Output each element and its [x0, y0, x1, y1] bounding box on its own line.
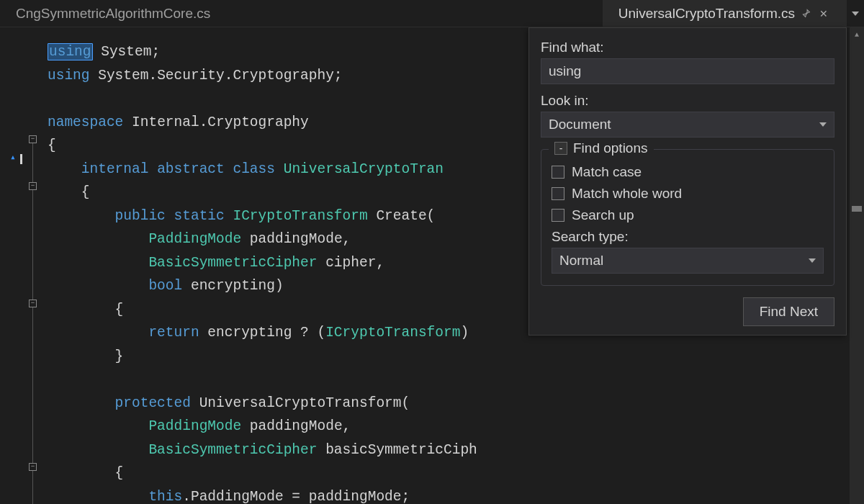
fold-toggle[interactable]: − [29, 182, 37, 190]
chevron-down-icon [819, 122, 827, 127]
scroll-marker [852, 206, 862, 212]
search-type-value: Normal [559, 253, 603, 269]
change-marker-icon: ▴ [10, 151, 16, 163]
tab-bar: CngSymmetricAlgorithmCore.cs UniversalCr… [0, 0, 864, 27]
gutter: ▴ − − − − [0, 27, 42, 504]
fold-toggle[interactable]: − [29, 135, 37, 143]
scroll-up-icon[interactable]: ▲ [850, 27, 864, 42]
match-whole-checkbox[interactable]: Match whole word [552, 186, 824, 202]
search-up-label: Search up [572, 207, 634, 223]
tab-active-label: UniversalCryptoTransform.cs [618, 6, 795, 22]
find-next-button[interactable]: Find Next [743, 297, 834, 326]
find-what-label: Find what: [541, 40, 834, 55]
search-match-highlight: using [48, 43, 93, 60]
chevron-down-icon [809, 258, 816, 263]
checkbox-icon [552, 187, 564, 200]
tab-inactive[interactable]: CngSymmetricAlgorithmCore.cs [0, 0, 226, 27]
match-case-checkbox[interactable]: Match case [552, 164, 824, 180]
find-options-legend: - Find options [549, 140, 654, 156]
find-what-input[interactable] [541, 58, 834, 84]
match-whole-label: Match whole word [572, 186, 682, 202]
tab-active[interactable]: UniversalCryptoTransform.cs ✕ [603, 0, 847, 27]
collapse-options-button[interactable]: - [554, 142, 567, 155]
pin-icon[interactable] [801, 9, 811, 19]
close-icon[interactable]: ✕ [816, 8, 831, 19]
match-case-label: Match case [572, 164, 642, 180]
tab-spacer [226, 0, 602, 27]
caret-marker-icon [20, 154, 22, 164]
look-in-label: Look in: [541, 93, 834, 109]
find-panel: Find what: Look in: Document - Find opti… [528, 27, 847, 336]
checkbox-icon [552, 166, 564, 179]
find-options-label: Find options [573, 140, 648, 156]
search-type-label: Search type: [552, 229, 824, 245]
look-in-value: Document [549, 117, 611, 132]
look-in-select[interactable]: Document [541, 112, 834, 138]
vertical-scrollbar[interactable]: ▲ [850, 27, 864, 504]
checkbox-icon [552, 209, 564, 222]
search-type-select[interactable]: Normal [552, 248, 824, 274]
fold-toggle[interactable]: − [29, 300, 37, 307]
tab-overflow-icon[interactable] [847, 0, 864, 27]
find-options-group: - Find options Match case Match whole wo… [541, 149, 834, 286]
fold-toggle[interactable]: − [29, 463, 37, 471]
fold-line [32, 143, 33, 504]
search-up-checkbox[interactable]: Search up [552, 207, 824, 223]
